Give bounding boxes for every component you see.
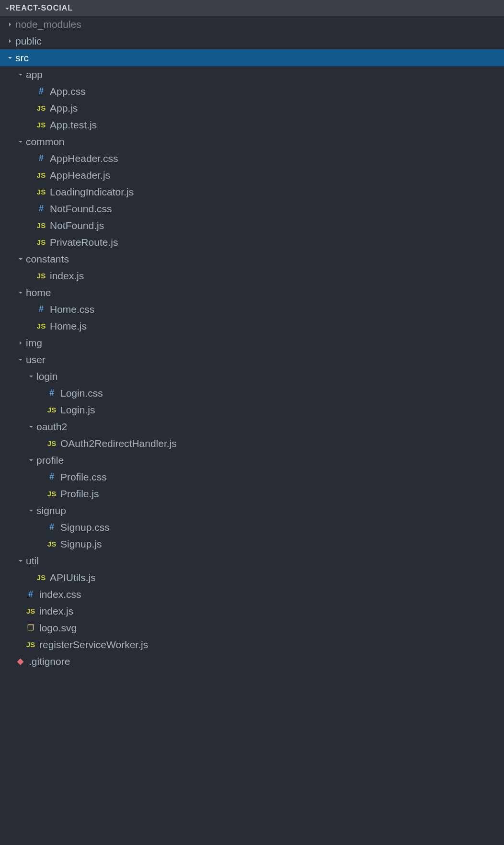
folder-item-img[interactable]: img (0, 334, 504, 351)
folder-label: app (26, 69, 43, 80)
file-item-registerserviceworker-js[interactable]: JSregisterServiceWorker.js (0, 636, 504, 653)
js-file-icon: JS (37, 104, 46, 112)
folder-item-util[interactable]: util (0, 552, 504, 569)
file-label: AppHeader.css (50, 153, 118, 164)
chevron-right-icon (7, 39, 13, 44)
file-label: Profile.js (60, 488, 99, 500)
file-label: AppHeader.js (50, 170, 110, 181)
file-label: App.js (50, 103, 78, 114)
folder-label: common (26, 136, 65, 148)
file-item-profile-css[interactable]: #Profile.css (0, 468, 504, 485)
file-item-logo-svg[interactable]: ❐logo.svg (0, 619, 504, 636)
file-label: .gitignore (29, 656, 70, 667)
file-item-loadingindicator-js[interactable]: JSLoadingIndicator.js (0, 183, 504, 200)
folder-label: user (26, 354, 46, 365)
chevron-down-icon (28, 374, 34, 379)
file-tree: node_modulespublicsrcapp#App.cssJSApp.js… (0, 16, 504, 670)
folder-item-node-modules[interactable]: node_modules (0, 16, 504, 33)
explorer-header[interactable]: REACT-SOCIAL (0, 0, 504, 16)
folder-label: oauth2 (36, 421, 67, 433)
css-file-icon: # (39, 86, 44, 96)
file-item-oauth2redirecthandler-js[interactable]: JSOAuth2RedirectHandler.js (0, 435, 504, 452)
js-file-icon: JS (26, 640, 35, 649)
folder-label: public (15, 35, 42, 47)
file-label: PrivateRoute.js (50, 237, 118, 248)
file-item-index-js[interactable]: JSindex.js (0, 603, 504, 619)
folder-item-app[interactable]: app (0, 66, 504, 83)
folder-item-oauth2[interactable]: oauth2 (0, 418, 504, 435)
file-label: App.css (50, 86, 86, 97)
chevron-down-icon (17, 559, 24, 563)
chevron-down-icon (28, 424, 34, 429)
folder-item-src[interactable]: src (0, 49, 504, 66)
folder-label: profile (36, 455, 64, 466)
chevron-down-icon (17, 290, 24, 295)
chevron-down-icon (7, 56, 13, 60)
js-file-icon: JS (47, 490, 56, 498)
chevron-down-icon (17, 72, 24, 77)
file-item-login-js[interactable]: JSLogin.js (0, 401, 504, 418)
file-label: OAuth2RedirectHandler.js (60, 438, 177, 449)
image-file-icon: ❐ (27, 623, 34, 632)
project-title: REACT-SOCIAL (10, 4, 73, 12)
js-file-icon: JS (37, 121, 46, 129)
folder-label: node_modules (15, 19, 81, 30)
css-file-icon: # (39, 153, 44, 163)
file-item--gitignore[interactable]: ◆.gitignore (0, 653, 504, 670)
folder-item-profile[interactable]: profile (0, 452, 504, 468)
file-item-signup-css[interactable]: #Signup.css (0, 519, 504, 536)
folder-item-constants[interactable]: constants (0, 251, 504, 267)
file-item-appheader-js[interactable]: JSAppHeader.js (0, 167, 504, 183)
folder-label: constants (26, 253, 69, 265)
folder-item-signup[interactable]: signup (0, 502, 504, 519)
folder-item-user[interactable]: user (0, 351, 504, 368)
file-label: index.css (39, 589, 81, 600)
file-item-index-js[interactable]: JSindex.js (0, 267, 504, 284)
folder-label: util (26, 555, 39, 567)
file-item-app-js[interactable]: JSApp.js (0, 100, 504, 116)
folder-label: login (36, 371, 57, 382)
css-file-icon: # (28, 589, 33, 599)
file-label: App.test.js (50, 119, 97, 131)
js-file-icon: JS (26, 607, 35, 615)
file-item-login-css[interactable]: #Login.css (0, 385, 504, 401)
css-file-icon: # (39, 204, 44, 214)
js-file-icon: JS (37, 188, 46, 196)
file-item-home-js[interactable]: JSHome.js (0, 318, 504, 334)
chevron-right-icon (17, 341, 24, 345)
file-label: index.js (50, 270, 84, 282)
file-item-home-css[interactable]: #Home.css (0, 301, 504, 318)
js-file-icon: JS (37, 221, 46, 229)
file-item-privateroute-js[interactable]: JSPrivateRoute.js (0, 234, 504, 251)
file-item-notfound-js[interactable]: JSNotFound.js (0, 217, 504, 234)
folder-item-home[interactable]: home (0, 284, 504, 301)
chevron-down-icon (17, 139, 24, 144)
folder-item-public[interactable]: public (0, 33, 504, 49)
file-label: NotFound.css (50, 203, 112, 215)
file-item-appheader-css[interactable]: #AppHeader.css (0, 150, 504, 167)
file-item-notfound-css[interactable]: #NotFound.css (0, 200, 504, 217)
file-label: registerServiceWorker.js (39, 639, 148, 651)
js-file-icon: JS (47, 439, 56, 447)
file-item-app-test-js[interactable]: JSApp.test.js (0, 116, 504, 133)
file-label: Signup.css (60, 522, 110, 533)
chevron-down-icon (28, 458, 34, 463)
css-file-icon: # (49, 522, 54, 532)
chevron-down-icon (17, 357, 24, 362)
js-file-icon: JS (47, 540, 56, 548)
folder-label: img (26, 337, 42, 349)
file-label: index.js (39, 605, 73, 617)
file-label: Home.css (50, 304, 94, 315)
file-item-signup-js[interactable]: JSSignup.js (0, 536, 504, 552)
file-item-index-css[interactable]: #index.css (0, 586, 504, 603)
js-file-icon: JS (37, 573, 46, 582)
file-item-apiutils-js[interactable]: JSAPIUtils.js (0, 569, 504, 586)
css-file-icon: # (49, 388, 54, 398)
chevron-right-icon (7, 22, 13, 27)
folder-item-login[interactable]: login (0, 368, 504, 385)
folder-item-common[interactable]: common (0, 133, 504, 150)
file-item-app-css[interactable]: #App.css (0, 83, 504, 100)
file-item-profile-js[interactable]: JSProfile.js (0, 485, 504, 502)
file-label: LoadingIndicator.js (50, 186, 134, 198)
file-label: Login.css (60, 388, 103, 399)
